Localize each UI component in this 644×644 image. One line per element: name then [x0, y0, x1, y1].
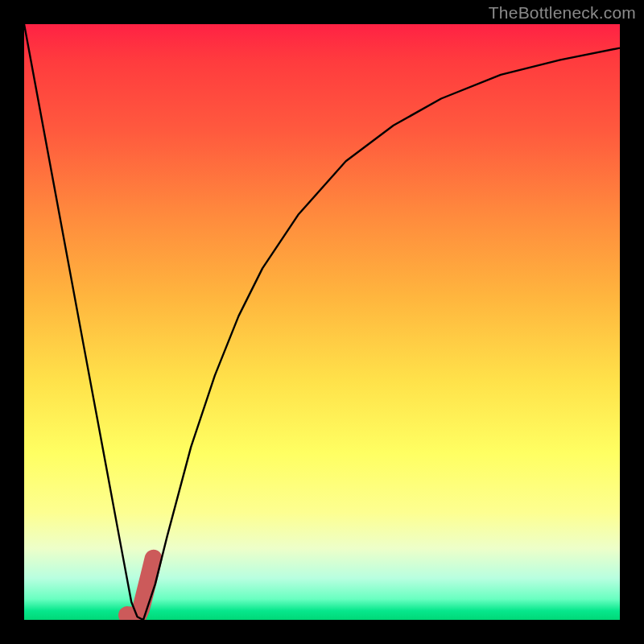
- chart-frame: TheBottleneck.com: [0, 0, 644, 644]
- highlight-marker: [127, 559, 154, 616]
- watermark-text: TheBottleneck.com: [489, 3, 636, 23]
- plot-area: [24, 24, 620, 620]
- bottleneck-curve: [24, 24, 620, 620]
- chart-svg: [24, 24, 620, 620]
